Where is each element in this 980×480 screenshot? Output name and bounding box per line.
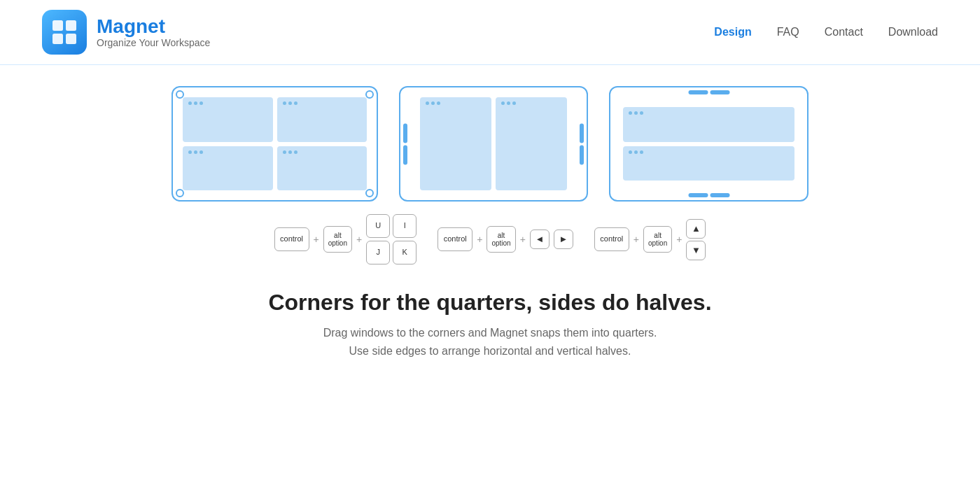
ud-keys: ▲ ▼: [686, 219, 706, 260]
svg-rect-3: [66, 34, 76, 44]
plus-1: +: [314, 234, 319, 245]
halves-h-shortcut: control + alt option + ◄ ►: [438, 226, 573, 253]
svg-rect-0: [52, 20, 63, 31]
left-handle: [403, 123, 407, 164]
pane-top: [623, 107, 794, 142]
key-u: U: [366, 214, 390, 238]
pane-tr: [277, 97, 368, 142]
pane-br: [277, 146, 368, 191]
pane-left: [420, 97, 491, 190]
key-j: J: [366, 241, 390, 264]
key-control-1: control: [274, 227, 309, 251]
main-heading: Corners for the quarters, sides do halve…: [268, 290, 711, 316]
pane-dots: [501, 101, 516, 105]
pane-bl: [183, 146, 273, 191]
pane-dots: [283, 101, 298, 105]
halves-h-grid: [407, 94, 580, 193]
plus-5: +: [634, 234, 639, 245]
pane-dots: [629, 150, 643, 154]
nav-design[interactable]: Design: [714, 26, 751, 38]
right-handle: [580, 123, 584, 164]
app-icon: [42, 10, 87, 55]
halves-v-grid: [617, 94, 800, 193]
key-control-3: control: [594, 227, 629, 251]
pane-tl: [183, 97, 273, 142]
halves-v-diagram: [609, 86, 808, 202]
pane-dots: [188, 101, 203, 105]
nav-faq[interactable]: FAQ: [777, 26, 799, 38]
diagrams-row: [172, 86, 808, 202]
main-nav: Design FAQ Contact Download: [714, 26, 938, 38]
sub-text: Drag windows to the corners and Magnet s…: [268, 324, 711, 360]
quarters-shortcut: control + alt option + U I J K: [274, 214, 417, 264]
quarters-diagram: [172, 86, 378, 202]
halves-h-diagram: [399, 86, 588, 202]
pane-right: [496, 97, 567, 190]
bottom-handle: [688, 193, 729, 197]
app-tagline: Organize Your Workspace: [97, 37, 210, 48]
plus-2: +: [356, 234, 362, 245]
description-line2: Use side edges to arrange horizontal and…: [349, 345, 631, 357]
quarters-grid: [180, 94, 370, 193]
svg-rect-1: [66, 20, 76, 31]
description-line1: Drag windows to the corners and Magnet s…: [323, 327, 657, 339]
main-content: control + alt option + U I J K control +: [0, 65, 980, 388]
plus-3: +: [477, 234, 482, 245]
halves-v-shortcut: control + alt option + ▲ ▼: [594, 219, 706, 260]
logo-area: Magnet Organize Your Workspace: [42, 10, 210, 55]
key-alt-option-1: alt option: [323, 226, 352, 253]
key-control-2: control: [438, 227, 472, 251]
shortcuts-row: control + alt option + U I J K control +: [274, 214, 706, 264]
key-i: I: [393, 214, 416, 238]
plus-4: +: [520, 234, 526, 245]
top-handle: [688, 90, 729, 94]
pane-dots: [426, 101, 440, 105]
nav-download[interactable]: Download: [888, 26, 938, 38]
key-right-arrow: ►: [554, 230, 573, 249]
svg-rect-2: [52, 34, 63, 44]
header: Magnet Organize Your Workspace Design FA…: [0, 0, 980, 65]
heading-section: Corners for the quarters, sides do halve…: [268, 290, 711, 360]
pane-dots: [188, 150, 203, 154]
corner-dot-bl: [176, 189, 184, 197]
key-alt-option-3: alt option: [643, 226, 672, 253]
nav-contact[interactable]: Contact: [825, 26, 863, 38]
key-left-arrow: ◄: [530, 230, 550, 249]
corner-dot-tr: [365, 90, 374, 99]
app-name: Magnet: [97, 16, 210, 38]
key-alt-option-2: alt option: [486, 226, 515, 253]
pane-bottom: [623, 146, 794, 181]
logo-text: Magnet Organize Your Workspace: [97, 16, 210, 49]
corner-dot-br: [365, 189, 374, 197]
pane-dots: [283, 150, 298, 154]
key-up-arrow: ▲: [686, 219, 706, 239]
uijk-keys: U I J K: [366, 214, 416, 264]
key-down-arrow: ▼: [686, 241, 706, 260]
pane-dots: [629, 111, 643, 115]
plus-6: +: [676, 234, 682, 245]
key-k: K: [393, 241, 416, 264]
